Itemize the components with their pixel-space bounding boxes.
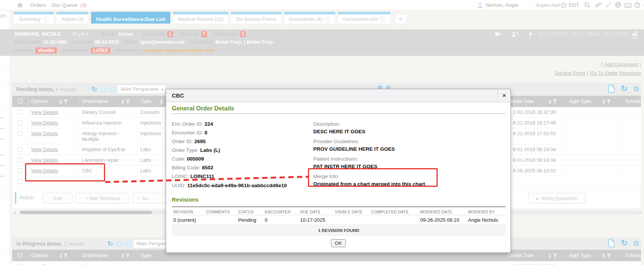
- description-label: Description:: [313, 121, 340, 127]
- rev-col: COMPLETED DATE: [371, 210, 408, 214]
- description-value: DESC HERE IT GOES: [313, 129, 365, 134]
- field-label: Encounter ID:: [172, 130, 203, 136]
- field-value: 8502: [202, 165, 214, 170]
- close-icon[interactable]: ×: [498, 89, 510, 102]
- rev-cell: 0: [265, 217, 267, 223]
- revision-count-banner: 1 REVISION FOUND: [172, 226, 506, 235]
- provider-guidelines-value: PROV GUIDELINE HERE IT GOES: [313, 146, 395, 152]
- field-label: Enc Order ID:: [172, 121, 203, 127]
- modal-header: CBC ×: [166, 89, 510, 102]
- rev-cell: Pending: [238, 217, 256, 223]
- ok-button[interactable]: OK: [331, 239, 346, 247]
- field-label: Order ID:: [172, 139, 193, 144]
- modal-title: CBC: [172, 92, 184, 99]
- field-value: 005009: [187, 156, 204, 162]
- field-value: 2695: [194, 139, 206, 144]
- field-label: Code:: [172, 156, 185, 162]
- patient-instructions-label: Patient Instructions:: [313, 156, 358, 162]
- field-label: UUID:: [172, 183, 186, 188]
- section-divider: [172, 114, 506, 114]
- revisions-heading: Revisions: [172, 196, 199, 203]
- revision-row: 0 (current) Pending 0 10-17-2025 09-26-2…: [172, 215, 506, 225]
- rev-cell: 0 (current): [173, 217, 196, 223]
- field-value: 224: [204, 121, 213, 127]
- field-label: Billing Code:: [172, 165, 201, 170]
- rev-cell: 09-26-2025 08:10: [420, 217, 459, 223]
- rev-col: MODIFIED DATE: [420, 210, 452, 214]
- field-value: 11e5dc0c-eda9-e49a-961b-aabbccdd6e10: [187, 183, 287, 188]
- field-label: LOINC:: [172, 174, 189, 179]
- app-screen: Orders Doc Queue (3) Nichols, Angie - Su…: [0, 0, 644, 265]
- rev-col: ENCOUNTER: [265, 210, 291, 214]
- rev-col: STATUS: [238, 210, 254, 214]
- rev-cell: 10-17-2025: [300, 217, 325, 223]
- field-value: 0: [204, 130, 207, 136]
- rev-col: REVISION: [173, 210, 193, 214]
- provider-guidelines-label: Provider Guidelines:: [313, 139, 360, 144]
- rev-col: COMMENTS: [206, 210, 230, 214]
- general-order-details-heading: General Order Details: [172, 105, 234, 112]
- field-label: Order Type:: [172, 147, 199, 153]
- annotation-box-merge-info: [308, 168, 438, 187]
- annotation-box-cbc-row: [25, 163, 105, 181]
- rev-col: MODIFIED BY: [468, 210, 495, 214]
- rev-col: DUE DATE: [300, 210, 320, 214]
- rev-cell: Angie Nichols: [468, 217, 498, 223]
- rev-col: VISIBLE DATE: [335, 210, 362, 214]
- revisions-table-header: REVISION COMMENTS STATUS ENCOUNTER DUE D…: [172, 206, 506, 215]
- field-value: Labs (L): [200, 147, 220, 153]
